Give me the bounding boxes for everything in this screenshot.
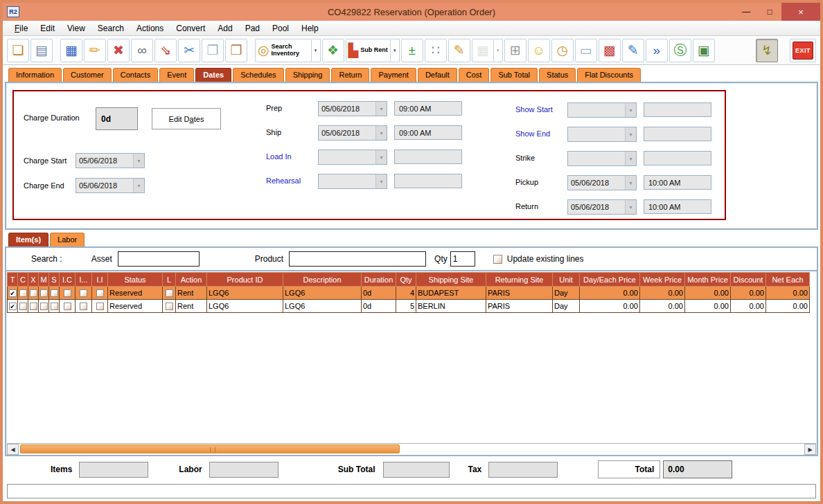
qty-input[interactable] [450, 251, 475, 267]
product-input[interactable] [289, 251, 426, 267]
menu-pool[interactable]: Pool [266, 22, 295, 35]
s-checkbox[interactable] [51, 289, 58, 297]
c-checkbox[interactable] [19, 303, 27, 310]
show-end-time-field[interactable] [644, 127, 711, 141]
t-checkbox[interactable]: ✔ [9, 289, 17, 297]
col-header-s[interactable]: S [49, 273, 60, 287]
menu-add[interactable]: Add [211, 22, 238, 35]
pickup-dropdown-icon[interactable]: ▼ [625, 176, 636, 190]
col-header-t[interactable]: T [8, 273, 18, 287]
calendar-dropdown-icon[interactable]: ▾ [494, 39, 503, 62]
show-end-label[interactable]: Show End [515, 129, 550, 138]
update-existing-lines-checkbox[interactable] [493, 255, 502, 264]
menu-actions[interactable]: Actions [130, 22, 170, 35]
col-header-day-each-price[interactable]: Day/Each Price [580, 273, 640, 287]
t-checkbox[interactable]: ✔ [9, 303, 17, 310]
maximize-button[interactable]: □ [758, 3, 781, 21]
shortcut-key-button[interactable]: ▭ [575, 39, 597, 62]
delete-button[interactable]: ✖ [107, 39, 130, 62]
delivery-truck-button[interactable]: ▣ [693, 39, 715, 62]
cut-button[interactable]: ✂ [178, 39, 200, 62]
show-end-dropdown-icon[interactable]: ▼ [625, 127, 636, 141]
inventory-blocks-button[interactable]: ▩ [599, 39, 621, 62]
edit-document-button[interactable]: ✎ [622, 39, 644, 62]
sales-notes-button[interactable]: Ⓢ [669, 39, 691, 62]
x-checkbox[interactable] [30, 303, 37, 310]
x-checkbox[interactable] [30, 289, 37, 297]
m-checkbox[interactable] [40, 289, 48, 297]
col-header-returning-site[interactable]: Returning Site [486, 273, 553, 287]
scrollbar-track[interactable] [19, 444, 804, 455]
col-header-discount[interactable]: Discount [731, 273, 766, 287]
menu-view[interactable]: View [61, 22, 91, 35]
tab-default[interactable]: Default [418, 68, 457, 82]
item-tab-labor[interactable]: Labor [50, 233, 85, 246]
col-header-i-c[interactable]: I.C [60, 273, 76, 287]
menu-file[interactable]: File [8, 22, 34, 35]
convert-order-button[interactable]: ❖ [322, 39, 344, 62]
copy-button[interactable]: ❐ [202, 39, 224, 62]
show-start-label[interactable]: Show Start [515, 105, 553, 114]
scrollbar-thumb[interactable] [20, 444, 400, 453]
col-header-i[interactable]: I... [76, 273, 92, 287]
send-forward-button[interactable]: » [646, 39, 668, 62]
i-c-checkbox[interactable] [64, 289, 71, 297]
quick-flash-button[interactable]: ↯ [756, 39, 778, 62]
availability-button[interactable]: ∷ [425, 39, 447, 62]
calendar-button[interactable]: ▦ [472, 39, 494, 62]
tab-customer[interactable]: Customer [63, 68, 112, 82]
show-start-date-value[interactable] [568, 103, 625, 117]
col-header-status[interactable]: Status [108, 273, 163, 287]
tab-information[interactable]: Information [8, 68, 62, 82]
menu-help[interactable]: Help [295, 22, 325, 35]
show-start-time-field[interactable] [644, 102, 711, 117]
edit-button[interactable]: ✏ [84, 39, 106, 62]
search-inventory-button[interactable]: ◎Search Inventory [255, 39, 312, 62]
tab-contacts[interactable]: Contacts [113, 68, 158, 82]
i-i-checkbox[interactable] [96, 289, 104, 297]
col-header-description[interactable]: Description [283, 273, 362, 287]
col-header-i-i[interactable]: I.I [92, 273, 108, 287]
l-checkbox[interactable] [166, 289, 173, 297]
menu-convert[interactable]: Convert [170, 22, 211, 35]
asset-input[interactable] [118, 251, 200, 267]
find-button[interactable]: ∞ [131, 39, 153, 62]
tab-shipping[interactable]: Shipping [285, 68, 330, 82]
item-tab-item-s[interactable]: Item(s) [8, 233, 48, 246]
tab-flat-discounts[interactable]: Flat Discounts [577, 68, 641, 82]
tab-sub-total[interactable]: Sub Total [490, 68, 538, 82]
minimize-button[interactable]: — [734, 3, 758, 21]
s-checkbox[interactable] [51, 303, 58, 310]
close-button[interactable]: × [781, 3, 820, 21]
pickup-date-value[interactable]: 05/06/2018 [568, 176, 625, 190]
strike-dropdown-icon[interactable]: ▼ [625, 152, 636, 165]
i-i-checkbox[interactable] [96, 303, 104, 310]
return-date-value[interactable]: 05/06/2018 [568, 200, 625, 214]
menu-edit[interactable]: Edit [34, 22, 61, 35]
scroll-left-icon[interactable]: ◀ [7, 444, 19, 455]
tab-cost[interactable]: Cost [459, 68, 490, 82]
i-checkbox[interactable] [80, 289, 87, 297]
paste-button[interactable]: ❒ [225, 39, 247, 62]
org-chart-button[interactable]: ⊞ [504, 39, 526, 62]
menu-search[interactable]: Search [91, 22, 130, 35]
return-dropdown-icon[interactable]: ▼ [625, 200, 636, 214]
col-header-product-id[interactable]: Product ID [207, 273, 283, 287]
col-header-l[interactable]: L [163, 273, 176, 287]
table-row[interactable]: ✔ReservedRentLGQ6LGQ60d4BUDAPESTPARISDay… [8, 287, 810, 300]
col-header-shipping-site[interactable]: Shipping Site [416, 273, 486, 287]
col-header-m[interactable]: M [39, 273, 49, 287]
tab-return[interactable]: Return [331, 68, 369, 82]
show-end-date-value[interactable] [568, 127, 625, 141]
return-time-field[interactable]: 10:00 AM [644, 199, 711, 214]
tab-status[interactable]: Status [539, 68, 576, 82]
search-inventory-dropdown-icon[interactable]: ▾ [312, 39, 321, 62]
tab-schedules[interactable]: Schedules [233, 68, 283, 82]
c-checkbox[interactable] [19, 289, 27, 297]
tab-payment[interactable]: Payment [371, 68, 416, 82]
col-header-duration[interactable]: Duration [362, 273, 396, 287]
pickup-time-field[interactable]: 10:00 AM [644, 175, 711, 190]
col-header-month-price[interactable]: Month Price [685, 273, 731, 287]
folder-time-button[interactable]: ◷ [551, 39, 574, 62]
strike-date-value[interactable] [568, 152, 625, 165]
